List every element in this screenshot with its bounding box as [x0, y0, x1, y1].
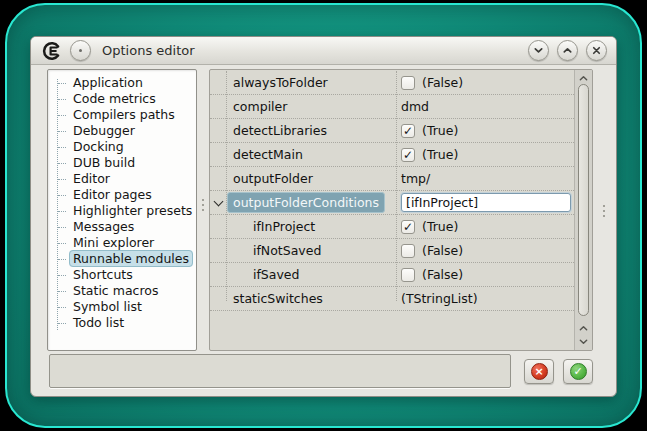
sidebar-item-messages[interactable]: Messages: [48, 219, 196, 235]
property-value: [396, 193, 574, 212]
property-value: (TStringList): [396, 291, 574, 306]
cancel-button[interactable]: ×: [524, 359, 554, 384]
property-name: compiler: [226, 99, 396, 114]
sidebar-item-shortcuts[interactable]: Shortcuts: [48, 267, 196, 283]
property-value: tmp/: [396, 171, 574, 186]
window-menu-dot-icon: [79, 49, 82, 52]
checkbox-checked[interactable]: ✓: [401, 148, 415, 162]
sidebar-item-label: Code metrics: [69, 90, 160, 107]
property-row-ifSaved[interactable]: ifSaved (False): [210, 263, 574, 287]
check-icon: ✓: [403, 149, 413, 161]
sidebar-item-todo-list[interactable]: Todo list: [48, 315, 196, 331]
window-title: Options editor: [102, 43, 195, 58]
value-text: (True): [422, 219, 458, 234]
sidebar-item-label: Todo list: [69, 314, 128, 331]
titlebar[interactable]: Options editor: [31, 37, 616, 65]
sidebar-item-label: Mini explorer: [69, 234, 158, 251]
sidebar-item-label: Debugger: [69, 122, 139, 139]
value-text: (True): [422, 147, 458, 162]
sidebar-item-label: Shortcuts: [69, 266, 137, 283]
sidebar-item-label: Messages: [69, 218, 138, 235]
value-text: (TStringList): [401, 291, 478, 306]
close-icon: [591, 45, 602, 56]
checkbox-unchecked[interactable]: [401, 76, 415, 90]
property-value: (False): [396, 243, 574, 258]
cancel-cross-icon: ×: [531, 363, 548, 380]
sidebar-item-dub-build[interactable]: DUB build: [48, 155, 196, 171]
sidebar-item-code-metrics[interactable]: Code metrics: [48, 91, 196, 107]
sidebar-item-mini-explorer[interactable]: Mini explorer: [48, 235, 196, 251]
sidebar-item-application[interactable]: Application: [48, 75, 196, 91]
checkbox-unchecked[interactable]: [401, 268, 415, 282]
sidebar-item-symbol-list[interactable]: Symbol list: [48, 299, 196, 315]
sidebar-item-editor-pages[interactable]: Editor pages: [48, 187, 196, 203]
sidebar-item-debugger[interactable]: Debugger: [48, 123, 196, 139]
chevron-down-icon: [533, 45, 544, 56]
property-row-detectLibraries[interactable]: detectLibraries ✓ (True): [210, 119, 574, 143]
property-value: (False): [396, 75, 574, 90]
property-grid: alwaysToFolder (False) compiler dmd dete…: [209, 69, 593, 351]
window-menu-button[interactable]: [70, 40, 91, 61]
value-text: (True): [422, 123, 458, 138]
check-icon: ✓: [403, 125, 413, 137]
check-icon: ✓: [403, 221, 413, 233]
grid-scrollbar[interactable]: [574, 70, 592, 350]
close-button[interactable]: [586, 40, 607, 61]
property-name: outputFolder: [226, 171, 396, 186]
sidebar-item-label: Compilers paths: [69, 106, 179, 123]
property-name: outputFolderConditions: [226, 192, 396, 213]
checkbox-checked[interactable]: ✓: [401, 124, 415, 138]
maximize-button[interactable]: [557, 40, 578, 61]
property-row-compiler[interactable]: compiler dmd: [210, 95, 574, 119]
property-name: ifInProject: [226, 219, 396, 234]
property-name: staticSwitches: [226, 291, 396, 306]
sidebar-item-highlighter-presets[interactable]: Highlighter presets: [48, 203, 196, 219]
coedit-app-icon[interactable]: [40, 40, 62, 62]
checkbox-unchecked[interactable]: [401, 244, 415, 258]
sidebar-item-label: Editor pages: [69, 186, 156, 203]
property-name: ifNotSaved: [226, 243, 396, 258]
property-name: ifSaved: [226, 267, 396, 282]
property-row-staticSwitches[interactable]: staticSwitches (TStringList): [210, 287, 574, 311]
sidebar-item-runnable-modules[interactable]: Runnable modules: [48, 251, 196, 267]
options-editor-window: Options editor Application Code metrics …: [30, 36, 617, 397]
scrollbar-thumb[interactable]: [578, 84, 589, 316]
minimize-button[interactable]: [528, 40, 549, 61]
property-row-ifNotSaved[interactable]: ifNotSaved (False): [210, 239, 574, 263]
grid-right-splitter-handle[interactable]: [602, 205, 605, 217]
row-gutter: [210, 201, 226, 205]
property-value: (False): [396, 267, 574, 282]
property-value: ✓ (True): [396, 147, 574, 162]
value-text: (False): [422, 75, 463, 90]
property-row-outputFolder[interactable]: outputFolder tmp/: [210, 167, 574, 191]
scroll-up-icon-bottom[interactable]: [575, 322, 592, 334]
property-row-ifInProject[interactable]: ifInProject ✓ (True): [210, 215, 574, 239]
property-row-alwaysToFolder[interactable]: alwaysToFolder (False): [210, 71, 574, 95]
sidebar-item-static-macros[interactable]: Static macros: [48, 283, 196, 299]
sidebar-item-label: DUB build: [69, 154, 139, 171]
chevron-up-icon: [562, 45, 573, 56]
sidebar-splitter-handle[interactable]: [201, 199, 204, 211]
scroll-up-icon[interactable]: [575, 72, 592, 84]
sidebar-item-editor[interactable]: Editor: [48, 171, 196, 187]
scroll-down-icon[interactable]: [575, 335, 592, 347]
sidebar-item-docking[interactable]: Docking: [48, 139, 196, 155]
value-text: dmd: [401, 99, 429, 114]
value-text: (False): [422, 243, 463, 258]
sidebar-item-label: Runnable modules: [69, 250, 193, 267]
checkbox-checked[interactable]: ✓: [401, 220, 415, 234]
property-value: ✓ (True): [396, 219, 574, 234]
property-row-detectMain[interactable]: detectMain ✓ (True): [210, 143, 574, 167]
collapse-chevron-icon[interactable]: [213, 196, 223, 206]
sidebar-item-label: Highlighter presets: [69, 202, 196, 219]
sidebar-item-label: Docking: [69, 138, 128, 155]
property-name: detectLibraries: [226, 123, 396, 138]
sidebar-item-label: Symbol list: [69, 298, 146, 315]
value-text: tmp/: [401, 171, 430, 186]
accept-check-icon: ✓: [570, 363, 587, 380]
property-row-outputFolderConditions[interactable]: outputFolderConditions: [210, 191, 574, 215]
value-edit-input[interactable]: [401, 193, 571, 212]
accept-button[interactable]: ✓: [563, 359, 593, 384]
property-name: detectMain: [226, 147, 396, 162]
sidebar-item-compilers-paths[interactable]: Compilers paths: [48, 107, 196, 123]
